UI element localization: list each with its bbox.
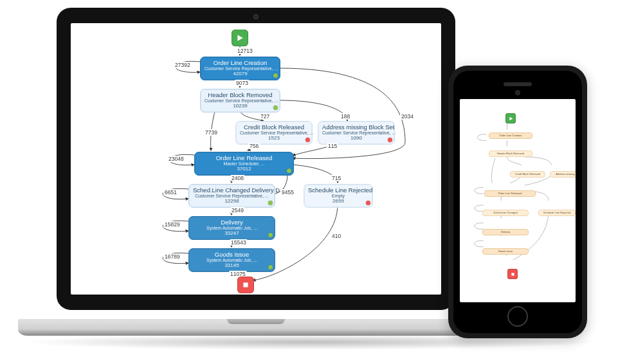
phone-home-button[interactable]: [507, 306, 528, 327]
phone-display: Order Line Creation Header Block Removed…: [460, 99, 576, 302]
node-count: 2659: [308, 199, 368, 205]
status-badge: [366, 201, 370, 205]
node-title: Schedule Line Rejected: [308, 187, 368, 194]
edge-label: 410: [331, 233, 342, 239]
status-badge: [305, 138, 310, 142]
node-title: Credit Block Released: [240, 124, 308, 131]
edge-label: 6651: [163, 189, 178, 196]
node-count: 1090: [322, 136, 390, 141]
node-count: 10239: [204, 104, 276, 109]
status-badge: [273, 73, 278, 78]
node-header-block-removed[interactable]: Header Block Removed Customer Service Re…: [200, 89, 280, 113]
node-title: Order Line Creation: [204, 60, 276, 66]
status-badge: [268, 265, 273, 269]
edge-label: 7739: [204, 129, 219, 136]
node-sched-line-changed[interactable]: Sched.Line Changed Delivery Date Custome…: [188, 184, 275, 208]
edge-label: 27392: [174, 62, 192, 68]
edge-label: 16789: [163, 253, 181, 260]
laptop-notch: [227, 319, 285, 324]
laptop-display: 12713 Order Line Creation Customer Servi…: [71, 23, 441, 295]
node-order-line-creation[interactable]: Order Line Creation Customer Service Rep…: [200, 57, 280, 80]
phone-mockup: Order Line Creation Header Block Removed…: [448, 66, 587, 338]
svg-rect-1: [511, 273, 514, 275]
phone-node[interactable]: Credit Block Released: [510, 171, 545, 177]
node-title: Sched.Line Changed Delivery Date: [193, 187, 271, 194]
node-title: Header Block Removed: [204, 92, 276, 98]
start-node[interactable]: [232, 30, 248, 46]
node-count: 33145: [193, 263, 271, 269]
status-badge: [268, 201, 273, 205]
edge-label: 2549: [230, 207, 245, 214]
node-count: 37012: [199, 167, 289, 172]
node-count: 42079: [204, 71, 276, 77]
laptop-mockup: 12713 Order Line Creation Customer Servi…: [18, 8, 494, 336]
node-order-line-released[interactable]: Order Line Released Master Scheduler, ..…: [194, 152, 294, 176]
status-badge: [268, 233, 273, 237]
node-title: Goods Issue: [193, 251, 271, 258]
status-badge: [273, 105, 278, 110]
node-title: Order Line Released: [199, 155, 289, 161]
edge-label: 2408: [230, 175, 245, 181]
edge-label: 23048: [167, 156, 185, 162]
phone-node[interactable]: Sched.Line Changed: [482, 210, 529, 216]
laptop-base: [18, 319, 494, 336]
node-goods-issue[interactable]: Goods Issue System Automatic Job, ... 33…: [188, 248, 275, 272]
phone-bezel: Order Line Creation Header Block Removed…: [453, 71, 582, 333]
edge-label: 9073: [235, 80, 250, 86]
edge-label: 15829: [163, 221, 181, 228]
phone-node[interactable]: Schedule Line Rejected: [538, 210, 576, 216]
phone-node[interactable]: Order Line Creation: [489, 132, 532, 139]
node-delivery[interactable]: Delivery System Automatic Job, ... 33247: [188, 216, 275, 240]
edge-label: 2034: [400, 113, 415, 120]
node-schedule-line-rejected[interactable]: Schedule Line Rejected Empty 2659: [304, 184, 373, 208]
phone-flow-edges: [460, 99, 576, 295]
phone-node[interactable]: Order Line Released: [484, 190, 536, 197]
phone-start-node[interactable]: [505, 113, 516, 123]
node-count: 1523: [240, 136, 308, 141]
node-title: Address missing Block Set: [322, 124, 390, 131]
svg-rect-0: [243, 282, 248, 287]
phone-stop-node[interactable]: [507, 269, 518, 279]
node-count: 33247: [193, 231, 271, 237]
node-count: 12298: [193, 199, 271, 205]
edge-label: 9455: [280, 189, 295, 196]
edge-label: 188: [340, 113, 351, 120]
status-badge: [388, 138, 392, 142]
phone-camera: [515, 90, 520, 95]
edge-label: 715: [331, 175, 342, 181]
process-flow-diagram: 12713 Order Line Creation Customer Servi…: [71, 23, 441, 295]
phone-node[interactable]: Address missing: [550, 171, 576, 177]
edge-label: 12713: [236, 48, 254, 54]
laptop-camera: [253, 14, 259, 19]
status-badge: [287, 168, 291, 173]
laptop-bezel: 12713 Order Line Creation Customer Servi…: [57, 8, 455, 310]
phone-flow-diagram: Order Line Creation Header Block Removed…: [460, 99, 576, 302]
phone-node[interactable]: Delivery: [482, 229, 529, 235]
edge-label: 727: [259, 113, 271, 120]
edge-label: 756: [248, 143, 260, 149]
node-address-missing-block-set[interactable]: Address missing Block Set Customer Servi…: [318, 121, 395, 145]
edge-label: 115: [327, 143, 338, 149]
node-credit-block-released[interactable]: Credit Block Released Customer Service R…: [235, 121, 313, 145]
phone-node[interactable]: Goods Issue: [482, 248, 529, 255]
phone-speaker: [504, 82, 532, 86]
node-title: Delivery: [193, 219, 271, 226]
edge-label: 15543: [230, 239, 248, 246]
phone-node[interactable]: Header Block Removed: [489, 150, 532, 157]
stop-node[interactable]: [237, 277, 254, 293]
